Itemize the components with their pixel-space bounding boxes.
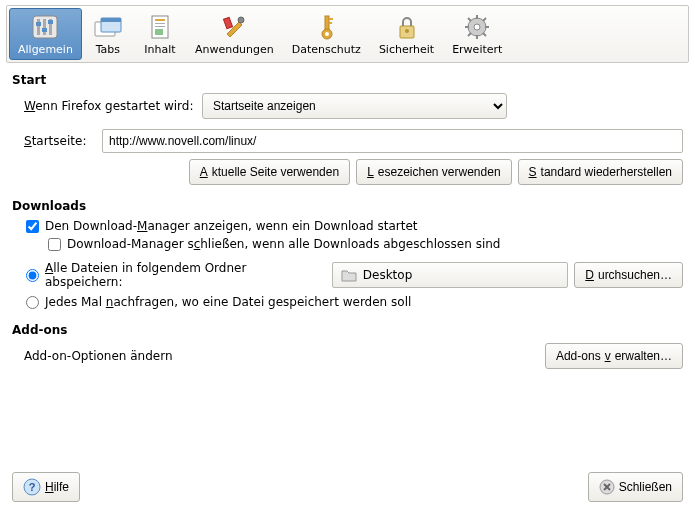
when-firefox-starts-select[interactable]: Startseite anzeigen	[202, 93, 507, 119]
download-folder-display[interactable]: Desktop	[332, 262, 569, 288]
homepage-input[interactable]	[102, 129, 683, 153]
section-start: Start Wenn Firefox gestartet wird: Start…	[12, 73, 683, 185]
svg-line-31	[483, 33, 486, 36]
use-current-page-button[interactable]: Aktuelle Seite verwenden	[189, 159, 350, 185]
preferences-toolbar: Allgemein Tabs Inhalt Anwendungen Datens…	[6, 5, 689, 63]
restore-default-button[interactable]: Standard wiederherstellen	[518, 159, 683, 185]
gear-icon	[461, 13, 493, 41]
svg-line-30	[468, 18, 471, 21]
tab-label: Erweitert	[452, 43, 502, 56]
help-icon: ?	[23, 478, 41, 496]
section-addons: Add-ons Add-on-Optionen ändern Add-ons v…	[12, 323, 683, 369]
svg-point-25	[474, 24, 480, 30]
tab-label: Allgemein	[18, 43, 73, 56]
svg-rect-11	[155, 19, 165, 21]
tools-icon	[218, 13, 250, 41]
svg-rect-21	[329, 22, 332, 24]
tab-label: Anwendungen	[195, 43, 274, 56]
addons-desc: Add-on-Optionen ändern	[24, 349, 173, 363]
svg-rect-14	[155, 29, 163, 35]
tab-label: Datenschutz	[292, 43, 361, 56]
svg-rect-2	[43, 19, 46, 35]
save-to-folder-label: Alle Dateien in folgendem Ordner abspeic…	[45, 261, 326, 289]
svg-point-16	[238, 17, 244, 23]
svg-rect-20	[329, 18, 333, 20]
close-download-manager-checkbox[interactable]	[48, 238, 61, 251]
sliders-icon	[29, 13, 61, 41]
svg-rect-6	[48, 20, 53, 24]
tab-advanced[interactable]: Erweitert	[443, 8, 511, 60]
close-download-manager-label: Download-Manager schließen, wenn alle Do…	[67, 237, 500, 251]
lock-icon	[391, 13, 423, 41]
use-bookmark-button[interactable]: Lesezeichen verwenden	[356, 159, 511, 185]
svg-line-33	[483, 18, 486, 21]
dialog-footer: ? Hilfe Schließen	[12, 472, 683, 502]
show-download-manager-label: Den Download-Manager anzeigen, wenn ein …	[45, 219, 418, 233]
svg-rect-5	[42, 28, 47, 32]
svg-point-23	[405, 29, 409, 33]
show-download-manager-checkbox[interactable]	[26, 220, 39, 233]
document-icon	[144, 13, 176, 41]
always-ask-label: Jedes Mal nachfragen, wo eine Datei gesp…	[45, 295, 411, 309]
svg-rect-12	[155, 23, 165, 24]
manage-addons-button[interactable]: Add-ons verwalten…	[545, 343, 683, 369]
always-ask-radio[interactable]	[26, 296, 39, 309]
folder-icon	[341, 268, 357, 282]
svg-point-19	[325, 32, 329, 36]
tab-label: Sicherheit	[379, 43, 434, 56]
section-title-downloads: Downloads	[12, 199, 683, 213]
tab-privacy[interactable]: Datenschutz	[283, 8, 370, 60]
save-to-folder-radio[interactable]	[26, 269, 39, 282]
svg-text:?: ?	[29, 481, 36, 493]
tab-content[interactable]: Inhalt	[134, 8, 186, 60]
tab-security[interactable]: Sicherheit	[370, 8, 443, 60]
section-downloads: Downloads Den Download-Manager anzeigen,…	[12, 199, 683, 309]
svg-rect-4	[36, 22, 41, 26]
svg-rect-15	[224, 17, 233, 28]
svg-rect-9	[101, 18, 121, 22]
close-button[interactable]: Schließen	[588, 472, 683, 502]
svg-rect-1	[37, 19, 40, 35]
section-title-start: Start	[12, 73, 683, 87]
tab-label: Tabs	[96, 43, 120, 56]
tab-tabs[interactable]: Tabs	[82, 8, 134, 60]
svg-line-32	[468, 33, 471, 36]
close-icon	[599, 479, 615, 495]
tab-label: Inhalt	[144, 43, 175, 56]
tab-applications[interactable]: Anwendungen	[186, 8, 283, 60]
homepage-label: Startseite:	[24, 134, 96, 148]
section-title-addons: Add-ons	[12, 323, 683, 337]
svg-rect-13	[155, 26, 165, 27]
browse-button[interactable]: Durchsuchen…	[574, 262, 683, 288]
when-firefox-starts-label: Wenn Firefox gestartet wird:	[24, 99, 196, 113]
download-folder-name: Desktop	[363, 268, 413, 282]
tabs-icon	[92, 13, 124, 41]
help-button[interactable]: ? Hilfe	[12, 472, 80, 502]
tab-general[interactable]: Allgemein	[9, 8, 82, 60]
key-icon	[310, 13, 342, 41]
